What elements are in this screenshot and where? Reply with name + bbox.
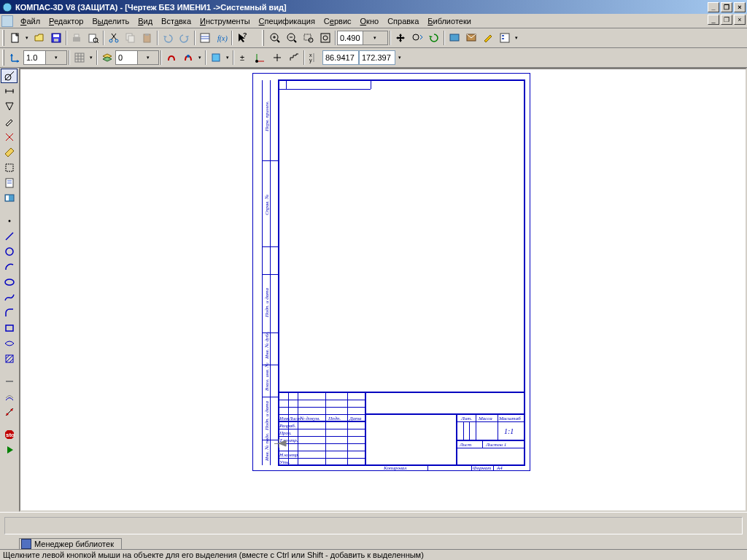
- preview-button[interactable]: [85, 30, 101, 46]
- assoc-tab-icon[interactable]: [1, 191, 18, 206]
- x-coord[interactable]: 86.9417: [322, 50, 359, 65]
- redraw-icon[interactable]: [425, 30, 442, 46]
- drawing-canvas[interactable]: Изм. Лист № докум. Подп. Дата Разраб. Пр…: [19, 68, 747, 512]
- display-mode-icon[interactable]: [446, 30, 462, 46]
- menu-view[interactable]: Вид: [133, 15, 157, 27]
- minimize-button[interactable]: _: [708, 2, 719, 12]
- property-panel-inner[interactable]: [4, 517, 743, 534]
- redo-button[interactable]: [176, 30, 193, 46]
- restore-button[interactable]: ❐: [721, 2, 732, 12]
- param-tab-icon[interactable]: [1, 130, 18, 144]
- paste-button[interactable]: [139, 30, 155, 46]
- svg-text:Пров.: Пров.: [279, 430, 292, 436]
- svg-text:f(x): f(x): [217, 34, 228, 43]
- measure-tab-icon[interactable]: [1, 145, 18, 160]
- app-icon: [1, 1, 13, 13]
- y-coord[interactable]: 172.397: [359, 50, 395, 65]
- symbols-tab-icon[interactable]: [1, 99, 18, 114]
- snap-global-icon[interactable]: [179, 50, 196, 66]
- rounding-icon[interactable]: ±: [235, 50, 252, 66]
- circle-tool-icon[interactable]: [1, 244, 18, 259]
- save-button[interactable]: [47, 30, 64, 46]
- menu-tools[interactable]: Инструменты: [196, 15, 255, 27]
- param-icon[interactable]: [207, 50, 224, 66]
- toolbar-grip-3[interactable]: [2, 50, 4, 66]
- select-tab-icon[interactable]: [1, 160, 18, 175]
- open-button[interactable]: [31, 30, 47, 46]
- menu-insert[interactable]: Вставка: [157, 15, 196, 27]
- aux-tool-icon[interactable]: [1, 374, 18, 389]
- play-icon[interactable]: [1, 443, 18, 457]
- variables-button[interactable]: f(x): [213, 30, 230, 46]
- edit-sketch-icon[interactable]: [479, 30, 496, 46]
- menu-spec[interactable]: Спецификация: [255, 15, 320, 27]
- fillet-tool-icon[interactable]: [1, 306, 18, 320]
- status-bar: Щелкните левой кнопкой мыши на объекте д…: [0, 549, 747, 560]
- zoom-window-icon[interactable]: [300, 30, 317, 46]
- help-cursor-button[interactable]: ?: [233, 30, 250, 46]
- svg-point-82: [6, 413, 8, 416]
- grid-icon[interactable]: [71, 50, 88, 66]
- pan-icon[interactable]: [392, 30, 409, 46]
- mdi-restore-button[interactable]: ❐: [721, 15, 732, 25]
- new-dropdown[interactable]: [23, 30, 31, 46]
- lcs-icon[interactable]: [252, 50, 268, 66]
- library-manager-tab[interactable]: Менеджер библиотек: [19, 538, 122, 550]
- line-tool-icon[interactable]: [1, 229, 18, 244]
- collect-tool-icon[interactable]: [1, 405, 18, 419]
- toolbar-grip[interactable]: [2, 30, 4, 46]
- menu-window[interactable]: Окно: [356, 15, 384, 27]
- mdi-close-button[interactable]: ×: [734, 15, 746, 25]
- param-dropdown[interactable]: [224, 50, 231, 66]
- layer-combo[interactable]: 0: [115, 50, 159, 65]
- model-tree-dropdown[interactable]: [513, 30, 520, 46]
- menu-help[interactable]: Справка: [383, 15, 423, 27]
- coord-dropdown[interactable]: [395, 50, 404, 66]
- snap-dropdown[interactable]: [196, 50, 204, 66]
- ellipse-tool-icon[interactable]: [1, 275, 18, 289]
- menu-libs[interactable]: Библиотеки: [423, 15, 476, 27]
- stop-icon[interactable]: sto: [1, 427, 18, 442]
- menu-file[interactable]: ФФайлайл: [16, 15, 44, 27]
- zoom-in-icon[interactable]: [266, 30, 283, 46]
- dimensions-tab-icon[interactable]: [1, 84, 18, 98]
- rect-tool-icon[interactable]: [1, 321, 18, 335]
- snap-end-icon[interactable]: [163, 50, 179, 66]
- ortho-icon[interactable]: [7, 50, 23, 66]
- menu-service[interactable]: Сервис: [320, 15, 356, 27]
- equid-tool-icon[interactable]: [1, 389, 18, 404]
- menu-edit[interactable]: Редактор: [44, 15, 88, 27]
- print-button[interactable]: [68, 30, 85, 46]
- model-tree-icon[interactable]: [496, 30, 513, 46]
- step-icon[interactable]: [285, 50, 302, 66]
- toolbar-grip-2[interactable]: [262, 30, 264, 46]
- layer-icon[interactable]: [98, 50, 115, 66]
- close-button[interactable]: ×: [734, 2, 746, 12]
- undo-button[interactable]: [159, 30, 176, 46]
- svg-text:1:1: 1:1: [504, 427, 514, 435]
- new-button[interactable]: [7, 30, 23, 46]
- mdi-minimize-button[interactable]: _: [708, 15, 719, 25]
- render-icon[interactable]: [462, 30, 479, 46]
- ortho-mode-icon[interactable]: [268, 50, 285, 66]
- spline-tool-icon[interactable]: [1, 290, 18, 305]
- cut-button[interactable]: [105, 30, 122, 46]
- zoom-combo[interactable]: 0.490: [337, 31, 388, 45]
- edit-tab-icon[interactable]: [1, 114, 18, 129]
- document-icon[interactable]: [1, 15, 13, 27]
- zoom-fit-icon[interactable]: [317, 30, 333, 46]
- coords-icon[interactable]: xy: [306, 50, 322, 66]
- copy-button[interactable]: [122, 30, 139, 46]
- zoom-out-icon[interactable]: [283, 30, 300, 46]
- menu-select[interactable]: Выделить: [88, 15, 133, 27]
- point-tool-icon[interactable]: [1, 214, 18, 228]
- arc-tool-icon[interactable]: [1, 260, 18, 274]
- geometry-tab-icon[interactable]: [1, 69, 18, 83]
- properties-button[interactable]: [196, 30, 213, 46]
- hatch-tool-icon[interactable]: [1, 351, 18, 366]
- zoom-prev-icon[interactable]: [409, 30, 425, 46]
- linewidth-combo[interactable]: 1.0: [23, 50, 67, 65]
- bezier-tool-icon[interactable]: [1, 336, 18, 351]
- grid-dropdown[interactable]: [88, 50, 95, 66]
- spec-tab-icon[interactable]: [1, 176, 18, 190]
